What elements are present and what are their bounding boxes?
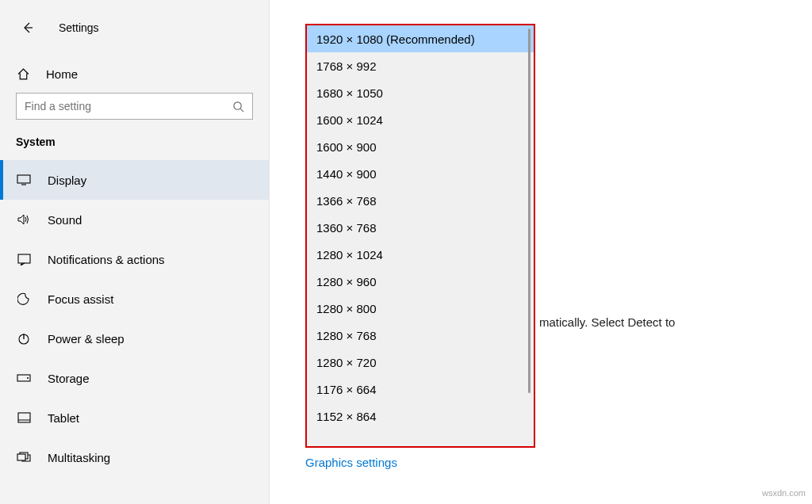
nav-label: Multitasking: [48, 451, 110, 464]
home-label: Home: [46, 67, 78, 81]
resolution-option[interactable]: 1280 × 960: [307, 268, 534, 295]
arrow-left-icon: [21, 21, 34, 34]
nav-notifications[interactable]: Notifications & actions: [0, 239, 269, 279]
search-icon: [232, 101, 244, 113]
search-wrap: [0, 93, 269, 136]
resolution-option[interactable]: 1366 × 768: [307, 187, 534, 214]
resolution-option[interactable]: 1280 × 768: [307, 322, 534, 349]
sound-icon: [16, 213, 32, 226]
tablet-icon: [16, 412, 32, 423]
multitasking-icon: [16, 452, 32, 463]
search-box[interactable]: [16, 93, 253, 120]
svg-rect-2: [18, 254, 30, 263]
settings-title: Settings: [59, 21, 99, 34]
resolution-option[interactable]: 1600 × 1024: [307, 106, 534, 133]
nav-label: Focus assist: [48, 292, 113, 306]
resolution-option[interactable]: 1768 × 992: [307, 52, 534, 79]
resolution-option[interactable]: 1280 × 800: [307, 295, 534, 322]
svg-rect-1: [17, 175, 30, 183]
storage-icon: [16, 374, 32, 382]
watermark: wsxdn.com: [762, 488, 806, 498]
header-row: Settings: [0, 16, 269, 59]
nav-label: Sound: [48, 213, 82, 227]
back-button[interactable]: [16, 16, 40, 40]
resolution-option[interactable]: 1360 × 768: [307, 214, 534, 241]
svg-point-5: [27, 377, 29, 379]
nav-tablet[interactable]: Tablet: [0, 398, 269, 437]
section-title: System: [0, 136, 269, 160]
settings-sidebar: Settings Home System Display Sound Notif…: [0, 0, 270, 504]
resolution-option[interactable]: 1152 × 864: [307, 403, 534, 430]
resolution-option[interactable]: 1920 × 1080 (Recommended): [307, 25, 534, 52]
nav-power-sleep[interactable]: Power & sleep: [0, 319, 269, 358]
nav-label: Display: [48, 174, 86, 187]
nav-storage[interactable]: Storage: [0, 358, 269, 398]
nav-display[interactable]: Display: [0, 160, 269, 200]
moon-icon: [16, 292, 32, 305]
resolution-option[interactable]: 1600 × 900: [307, 133, 534, 160]
resolution-option[interactable]: 1680 × 1050: [307, 79, 534, 106]
svg-rect-6: [18, 413, 30, 422]
home-nav[interactable]: Home: [0, 59, 269, 93]
display-icon: [16, 174, 32, 185]
help-text-partial: matically. Select Detect to: [539, 315, 675, 329]
resolution-option[interactable]: 1280 × 720: [307, 349, 534, 376]
resolution-option[interactable]: 1440 × 900: [307, 160, 534, 187]
search-input[interactable]: [25, 100, 232, 113]
resolution-dropdown: 1920 × 1080 (Recommended) 1768 × 992 168…: [305, 24, 535, 448]
svg-point-0: [234, 101, 241, 109]
power-icon: [16, 332, 32, 345]
svg-rect-7: [17, 454, 25, 460]
nav-focus-assist[interactable]: Focus assist: [0, 279, 269, 319]
nav-label: Power & sleep: [48, 332, 124, 346]
resolution-option[interactable]: 1280 × 1024: [307, 241, 534, 268]
resolution-option[interactable]: 1176 × 664: [307, 376, 534, 403]
notification-icon: [16, 254, 32, 265]
nav-label: Storage: [48, 372, 90, 385]
nav-label: Notifications & actions: [48, 253, 165, 266]
dropdown-scrollbar[interactable]: [528, 29, 530, 393]
nav-multitasking[interactable]: Multitasking: [0, 437, 269, 477]
main-content: 1920 × 1080 (Recommended) 1768 × 992 168…: [270, 0, 812, 504]
nav-label: Tablet: [48, 411, 79, 425]
home-icon: [16, 67, 30, 81]
graphics-settings-link[interactable]: Graphics settings: [305, 456, 397, 469]
nav-sound[interactable]: Sound: [0, 200, 269, 239]
